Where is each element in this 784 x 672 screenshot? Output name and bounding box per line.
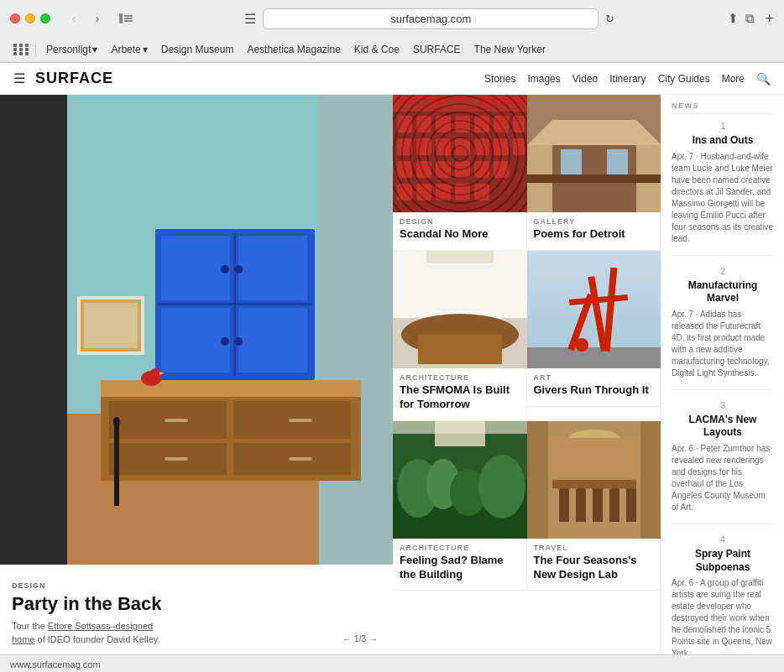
grid-item-info-3: ART Givers Run Through It xyxy=(527,368,661,407)
new-window-button[interactable]: ⧉ xyxy=(745,11,755,26)
svg-rect-46 xyxy=(397,138,412,155)
svg-rect-50 xyxy=(474,138,489,155)
grid-image-1 xyxy=(527,95,661,212)
svg-rect-0 xyxy=(119,13,123,23)
menu-button[interactable]: ☰ xyxy=(244,11,256,27)
nav-stories[interactable]: Stories xyxy=(484,73,515,85)
nav-city-guides[interactable]: City Guides xyxy=(658,73,710,85)
hero-scene xyxy=(0,95,393,654)
svg-rect-101 xyxy=(626,488,636,522)
svg-rect-35 xyxy=(114,422,119,506)
svg-rect-38 xyxy=(393,112,527,212)
news-item-1: 2 Manufacturing Marvel Apr. 7 · Adidas h… xyxy=(672,266,774,390)
svg-point-28 xyxy=(234,337,243,346)
svg-rect-9 xyxy=(101,380,361,397)
svg-rect-94 xyxy=(527,421,548,539)
nav-video[interactable]: Video xyxy=(572,73,598,85)
site-header: ☰ SURFACE Stories Images Video Itinerary… xyxy=(0,63,784,95)
bookmark-kid-coe[interactable]: Kid & Coe xyxy=(349,42,405,57)
hero-link[interactable]: Ettore Sottsass–designed home xyxy=(12,621,153,643)
svg-rect-42 xyxy=(455,116,470,133)
hero-caption: DESIGN Party in the Back Tour the Ettore… xyxy=(0,573,185,654)
grid-image-5 xyxy=(527,421,661,539)
grid-item-3[interactable]: ART Givers Run Through It xyxy=(527,251,661,421)
site-logo: SURFACE xyxy=(35,70,113,87)
svg-rect-15 xyxy=(289,419,312,422)
svg-rect-69 xyxy=(561,149,582,175)
apps-icon[interactable] xyxy=(13,44,30,55)
news-item-2: 3 LACMA's New Layouts Apr. 6 · Peter Zum… xyxy=(672,400,774,524)
title-bar: ‹ › ☰ surfacemag.com ↻ ⬆ ⧉ + xyxy=(0,0,784,37)
status-bar: www.surfacemag.com xyxy=(0,654,784,672)
bookmark-new-yorker[interactable]: The New Yorker xyxy=(469,42,551,57)
svg-rect-22 xyxy=(238,236,307,300)
svg-rect-67 xyxy=(527,175,661,183)
counter-text: 1/3 xyxy=(354,634,366,643)
svg-rect-51 xyxy=(494,138,509,155)
svg-rect-31 xyxy=(84,303,138,348)
nav-itinerary[interactable]: Itinerary xyxy=(609,73,645,85)
svg-rect-57 xyxy=(474,161,489,178)
bookmark-arbete[interactable]: Arbete ▾ xyxy=(106,42,152,57)
svg-rect-75 xyxy=(418,335,502,364)
search-icon[interactable]: 🔍 xyxy=(756,72,771,86)
svg-rect-39 xyxy=(397,116,412,133)
svg-rect-98 xyxy=(576,488,586,522)
svg-rect-7 xyxy=(319,95,393,565)
browser-chrome: ‹ › ☰ surfacemag.com ↻ ⬆ ⧉ + Personligt xyxy=(0,0,784,63)
new-tab-button[interactable]: + xyxy=(765,10,774,28)
grid-item-info-0: DESIGN Scandal No More xyxy=(393,212,527,251)
address-bar[interactable]: surfacemag.com xyxy=(263,8,598,29)
grid-row-1: DESIGN Scandal No More xyxy=(393,95,661,251)
bookmark-aesthetica[interactable]: Aesthetica Magazine xyxy=(242,42,345,57)
svg-rect-37 xyxy=(393,95,527,212)
bookmark-personligt[interactable]: Personligt ▾ xyxy=(41,42,102,57)
svg-rect-96 xyxy=(552,480,636,488)
nav-more[interactable]: More xyxy=(722,73,745,85)
svg-rect-16 xyxy=(165,457,188,461)
back-button[interactable]: ‹ xyxy=(64,10,84,27)
bookmark-design-museum[interactable]: Design Museum xyxy=(156,42,239,57)
grid-image-2 xyxy=(393,251,527,368)
minimize-button[interactable] xyxy=(25,13,35,23)
prev-arrow[interactable]: ← xyxy=(342,634,351,643)
nav-images[interactable]: Images xyxy=(527,73,560,85)
traffic-lights xyxy=(10,13,50,23)
grid-item-5[interactable]: TRAVEL The Four Seasons's New Design Lab xyxy=(527,421,661,591)
svg-point-26 xyxy=(234,265,243,273)
grid-item-info-1: GALLERY Poems for Detroit xyxy=(527,212,661,251)
grid-item-2[interactable]: ARCHITECTURE The SFMOMA Is Built for Tom… xyxy=(393,251,527,421)
svg-rect-70 xyxy=(607,149,628,175)
close-button[interactable] xyxy=(10,13,20,23)
news-header: NEWS xyxy=(672,102,774,114)
right-panel: NEWS 1 Ins and Outs Apr. 7 · Husband-and… xyxy=(661,95,784,654)
hero-desc: Tour the Ettore Sottsass–designed home o… xyxy=(12,620,173,646)
svg-rect-48 xyxy=(436,138,451,155)
svg-rect-61 xyxy=(436,184,451,201)
svg-rect-1 xyxy=(124,15,133,17)
grid-image-4 xyxy=(393,421,527,539)
svg-rect-97 xyxy=(559,488,569,522)
grid-item-4[interactable]: ARCHITECTURE Feeling Sad? Blame the Buil… xyxy=(393,421,527,591)
svg-rect-14 xyxy=(165,419,188,422)
center-grid: DESIGN Scandal No More xyxy=(393,95,661,654)
grid-item-0[interactable]: DESIGN Scandal No More xyxy=(393,95,527,251)
grid-image-3 xyxy=(527,251,661,368)
forward-button[interactable]: › xyxy=(87,10,107,27)
share-button[interactable]: ⬆ xyxy=(728,11,739,26)
svg-rect-91 xyxy=(393,421,527,434)
grid-item-1[interactable]: GALLERY Poems for Detroit xyxy=(527,95,661,251)
hamburger-menu[interactable]: ☰ xyxy=(13,70,25,86)
maximize-button[interactable] xyxy=(40,13,50,23)
grid-image-0 xyxy=(393,95,527,212)
website: ☰ SURFACE Stories Images Video Itinerary… xyxy=(0,63,784,654)
svg-rect-63 xyxy=(474,184,489,201)
sidebar-button[interactable] xyxy=(114,10,138,27)
refresh-button[interactable]: ↻ xyxy=(605,13,614,25)
grid-row-3: ARCHITECTURE Feeling Sad? Blame the Buil… xyxy=(393,421,661,591)
next-arrow[interactable]: → xyxy=(369,634,378,643)
bookmark-surface[interactable]: SURFACE xyxy=(408,42,466,57)
svg-rect-62 xyxy=(455,184,470,201)
nav-buttons: ‹ › xyxy=(64,10,107,27)
svg-rect-99 xyxy=(593,488,603,522)
